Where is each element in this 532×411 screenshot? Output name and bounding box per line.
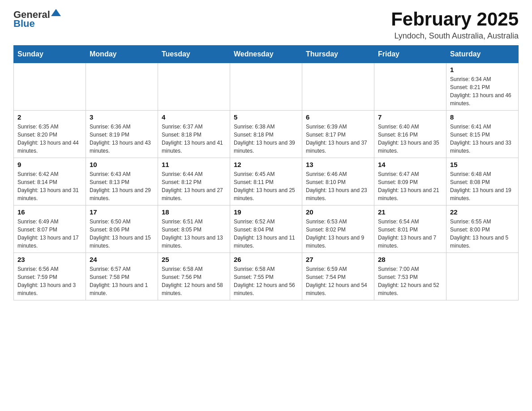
week-row-2: 2Sunrise: 6:35 AM Sunset: 8:20 PM Daylig… xyxy=(14,111,519,158)
day-info: Sunrise: 6:37 AM Sunset: 8:18 PM Dayligh… xyxy=(162,123,226,155)
week-row-4: 16Sunrise: 6:49 AM Sunset: 8:07 PM Dayli… xyxy=(14,206,519,253)
calendar-cell: 12Sunrise: 6:45 AM Sunset: 8:11 PM Dayli… xyxy=(230,158,302,206)
day-number: 15 xyxy=(450,161,515,168)
day-number: 6 xyxy=(306,113,370,121)
day-number: 3 xyxy=(90,113,154,121)
day-info: Sunrise: 6:59 AM Sunset: 7:54 PM Dayligh… xyxy=(306,265,370,297)
day-info: Sunrise: 6:44 AM Sunset: 8:12 PM Dayligh… xyxy=(162,170,226,202)
day-info: Sunrise: 6:53 AM Sunset: 8:02 PM Dayligh… xyxy=(306,218,370,250)
calendar-cell xyxy=(158,63,230,111)
week-row-1: 1Sunrise: 6:34 AM Sunset: 8:21 PM Daylig… xyxy=(14,63,519,111)
day-info: Sunrise: 6:34 AM Sunset: 8:21 PM Dayligh… xyxy=(450,75,515,107)
header-cell-tuesday: Tuesday xyxy=(158,46,230,63)
calendar-cell: 14Sunrise: 6:47 AM Sunset: 8:09 PM Dayli… xyxy=(374,158,446,206)
day-number: 18 xyxy=(162,208,226,216)
calendar-cell: 9Sunrise: 6:42 AM Sunset: 8:14 PM Daylig… xyxy=(14,158,86,206)
logo-blue-text: Blue xyxy=(13,18,35,30)
day-number: 8 xyxy=(450,113,515,121)
day-number: 21 xyxy=(378,208,442,216)
calendar-cell: 23Sunrise: 6:56 AM Sunset: 7:59 PM Dayli… xyxy=(14,253,86,300)
day-info: Sunrise: 6:39 AM Sunset: 8:17 PM Dayligh… xyxy=(306,123,370,155)
calendar-cell: 24Sunrise: 6:57 AM Sunset: 7:58 PM Dayli… xyxy=(86,253,158,300)
calendar-cell: 16Sunrise: 6:49 AM Sunset: 8:07 PM Dayli… xyxy=(14,206,86,253)
day-info: Sunrise: 6:40 AM Sunset: 8:16 PM Dayligh… xyxy=(378,123,442,155)
day-number: 14 xyxy=(378,161,442,168)
calendar-cell: 15Sunrise: 6:48 AM Sunset: 8:08 PM Dayli… xyxy=(446,158,519,206)
calendar-cell xyxy=(374,63,446,111)
title-block: February 2025 Lyndoch, South Australia, … xyxy=(391,9,519,41)
calendar-cell: 20Sunrise: 6:53 AM Sunset: 8:02 PM Dayli… xyxy=(302,206,374,253)
day-info: Sunrise: 6:41 AM Sunset: 8:15 PM Dayligh… xyxy=(450,123,515,155)
calendar-header: SundayMondayTuesdayWednesdayThursdayFrid… xyxy=(14,46,519,63)
calendar-cell: 3Sunrise: 6:36 AM Sunset: 8:19 PM Daylig… xyxy=(86,111,158,158)
header-cell-monday: Monday xyxy=(86,46,158,63)
calendar-cell: 11Sunrise: 6:44 AM Sunset: 8:12 PM Dayli… xyxy=(158,158,230,206)
calendar-cell xyxy=(230,63,302,111)
header-cell-thursday: Thursday xyxy=(302,46,374,63)
calendar-cell xyxy=(86,63,158,111)
day-number: 20 xyxy=(306,208,370,216)
day-number: 19 xyxy=(234,208,298,216)
day-number: 13 xyxy=(306,161,370,168)
day-info: Sunrise: 6:47 AM Sunset: 8:09 PM Dayligh… xyxy=(378,170,442,202)
day-number: 27 xyxy=(306,256,370,263)
calendar-body: 1Sunrise: 6:34 AM Sunset: 8:21 PM Daylig… xyxy=(14,63,519,300)
day-number: 22 xyxy=(450,208,515,216)
day-info: Sunrise: 6:38 AM Sunset: 8:18 PM Dayligh… xyxy=(234,123,298,155)
day-info: Sunrise: 6:57 AM Sunset: 7:58 PM Dayligh… xyxy=(90,265,154,297)
calendar-cell: 7Sunrise: 6:40 AM Sunset: 8:16 PM Daylig… xyxy=(374,111,446,158)
day-info: Sunrise: 6:58 AM Sunset: 7:56 PM Dayligh… xyxy=(162,265,226,297)
header-cell-saturday: Saturday xyxy=(446,46,519,63)
month-title: February 2025 xyxy=(391,9,519,30)
day-info: Sunrise: 6:48 AM Sunset: 8:08 PM Dayligh… xyxy=(450,170,515,202)
calendar-cell: 17Sunrise: 6:50 AM Sunset: 8:06 PM Dayli… xyxy=(86,206,158,253)
calendar-cell: 18Sunrise: 6:51 AM Sunset: 8:05 PM Dayli… xyxy=(158,206,230,253)
calendar-cell: 21Sunrise: 6:54 AM Sunset: 8:01 PM Dayli… xyxy=(374,206,446,253)
day-number: 25 xyxy=(162,256,226,263)
day-number: 9 xyxy=(17,161,82,168)
day-number: 7 xyxy=(378,113,442,121)
header-row: SundayMondayTuesdayWednesdayThursdayFrid… xyxy=(14,46,519,63)
day-info: Sunrise: 6:55 AM Sunset: 8:00 PM Dayligh… xyxy=(450,218,515,250)
svg-marker-0 xyxy=(51,9,61,16)
calendar-cell: 26Sunrise: 6:58 AM Sunset: 7:55 PM Dayli… xyxy=(230,253,302,300)
day-info: Sunrise: 6:54 AM Sunset: 8:01 PM Dayligh… xyxy=(378,218,442,250)
day-info: Sunrise: 6:45 AM Sunset: 8:11 PM Dayligh… xyxy=(234,170,298,202)
day-info: Sunrise: 6:42 AM Sunset: 8:14 PM Dayligh… xyxy=(17,170,82,202)
week-row-3: 9Sunrise: 6:42 AM Sunset: 8:14 PM Daylig… xyxy=(14,158,519,206)
day-info: Sunrise: 6:36 AM Sunset: 8:19 PM Dayligh… xyxy=(90,123,154,155)
calendar-cell: 13Sunrise: 6:46 AM Sunset: 8:10 PM Dayli… xyxy=(302,158,374,206)
day-number: 1 xyxy=(450,66,515,73)
calendar-cell xyxy=(446,253,519,300)
day-number: 24 xyxy=(90,256,154,263)
calendar-cell: 8Sunrise: 6:41 AM Sunset: 8:15 PM Daylig… xyxy=(446,111,519,158)
day-info: Sunrise: 7:00 AM Sunset: 7:53 PM Dayligh… xyxy=(378,265,442,297)
header-cell-friday: Friday xyxy=(374,46,446,63)
calendar-cell: 6Sunrise: 6:39 AM Sunset: 8:17 PM Daylig… xyxy=(302,111,374,158)
calendar-cell: 19Sunrise: 6:52 AM Sunset: 8:04 PM Dayli… xyxy=(230,206,302,253)
day-info: Sunrise: 6:35 AM Sunset: 8:20 PM Dayligh… xyxy=(17,123,82,155)
page-header: General Blue February 2025 Lyndoch, Sout… xyxy=(13,9,519,41)
day-info: Sunrise: 6:56 AM Sunset: 7:59 PM Dayligh… xyxy=(17,265,82,297)
calendar-cell: 10Sunrise: 6:43 AM Sunset: 8:13 PM Dayli… xyxy=(86,158,158,206)
day-info: Sunrise: 6:51 AM Sunset: 8:05 PM Dayligh… xyxy=(162,218,226,250)
day-info: Sunrise: 6:46 AM Sunset: 8:10 PM Dayligh… xyxy=(306,170,370,202)
location-text: Lyndoch, South Australia, Australia xyxy=(391,31,519,41)
day-number: 2 xyxy=(17,113,82,121)
day-info: Sunrise: 6:43 AM Sunset: 8:13 PM Dayligh… xyxy=(90,170,154,202)
day-number: 11 xyxy=(162,161,226,168)
day-number: 4 xyxy=(162,113,226,121)
calendar-cell xyxy=(302,63,374,111)
day-info: Sunrise: 6:49 AM Sunset: 8:07 PM Dayligh… xyxy=(17,218,82,250)
calendar-table: SundayMondayTuesdayWednesdayThursdayFrid… xyxy=(13,45,519,300)
calendar-cell: 2Sunrise: 6:35 AM Sunset: 8:20 PM Daylig… xyxy=(14,111,86,158)
calendar-cell: 1Sunrise: 6:34 AM Sunset: 8:21 PM Daylig… xyxy=(446,63,519,111)
day-number: 28 xyxy=(378,256,442,263)
logo-triangle-icon xyxy=(51,8,61,18)
header-cell-sunday: Sunday xyxy=(14,46,86,63)
day-number: 23 xyxy=(17,256,82,263)
calendar-cell: 5Sunrise: 6:38 AM Sunset: 8:18 PM Daylig… xyxy=(230,111,302,158)
calendar-cell: 25Sunrise: 6:58 AM Sunset: 7:56 PM Dayli… xyxy=(158,253,230,300)
calendar-cell: 22Sunrise: 6:55 AM Sunset: 8:00 PM Dayli… xyxy=(446,206,519,253)
day-number: 10 xyxy=(90,161,154,168)
